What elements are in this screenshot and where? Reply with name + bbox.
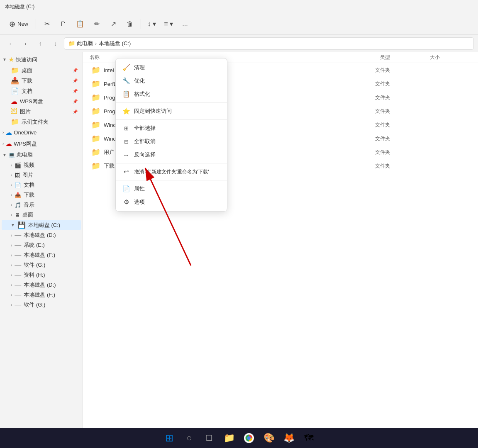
properties-icon: 📄 bbox=[122, 185, 130, 192]
context-menu: 🧹 清理 🔧 优化 📋 格式化 ⭐ 固定到快速访问 ⊞ 全部选择 ⊟ 全部取消 … bbox=[115, 58, 227, 212]
sidebar-item-downloads[interactable]: 📥 下载 📌 bbox=[2, 75, 81, 86]
drive-g2-icon: — bbox=[15, 301, 21, 309]
menu-label-select-all: 全部选择 bbox=[134, 124, 156, 132]
menu-item-deselect-all[interactable]: ⊟ 全部取消 bbox=[116, 135, 227, 148]
drive-e-chevron: › bbox=[11, 243, 12, 248]
sidebar-item-downloads2[interactable]: › 📥 下载 bbox=[2, 190, 81, 200]
sidebar-item-docs[interactable]: 📄 文档 📌 bbox=[2, 86, 81, 96]
menu-item-select-all[interactable]: ⊞ 全部选择 bbox=[116, 122, 227, 135]
docs2-chevron: › bbox=[11, 183, 12, 187]
desktop2-icon: 🖥 bbox=[15, 212, 20, 218]
paste-button[interactable]: 📋 bbox=[73, 17, 88, 32]
sidebar-drive-c[interactable]: ▼ 💾 本地磁盘 (C:) bbox=[2, 220, 81, 230]
quick-access-label: 快速访问 bbox=[16, 56, 37, 63]
sidebar-drive-g2[interactable]: › — 软件 (G:) bbox=[2, 300, 81, 310]
rename-button[interactable]: ✏ bbox=[89, 17, 104, 32]
delete-button[interactable]: 🗑 bbox=[122, 17, 137, 32]
folder-icon-windowsold: 📁 bbox=[91, 134, 100, 143]
select-all-icon: ⊞ bbox=[122, 125, 130, 131]
sidebar-drive-e[interactable]: › — 系统 (E:) bbox=[2, 240, 81, 250]
taskbar-windows-icon[interactable]: ⊞ bbox=[161, 430, 178, 446]
menu-label-format: 格式化 bbox=[134, 90, 150, 98]
menu-label-properties: 属性 bbox=[134, 185, 145, 192]
folder-icon-intel: 📁 bbox=[91, 66, 100, 75]
menu-label-deselect-all: 全部取消 bbox=[134, 138, 156, 145]
folder-icon-docs: 📄 bbox=[11, 87, 19, 95]
onedrive-chevron: › bbox=[2, 130, 4, 135]
drive-g-chevron: › bbox=[11, 263, 12, 268]
sidebar-label-drive-h: 资料 (H:) bbox=[24, 271, 45, 279]
optimize-icon: 🔧 bbox=[122, 77, 130, 85]
taskbar-app3-icon[interactable]: 🗺 bbox=[300, 430, 317, 446]
sidebar: ▼ ★ 快速访问 📁 桌面 📌 📥 下载 📌 📄 文档 📌 ☁ WPS网盘 📌 … bbox=[0, 52, 83, 435]
drive-f-chevron: › bbox=[11, 253, 12, 258]
wps-cloud-header[interactable]: › ☁ WPS网盘 bbox=[0, 138, 83, 149]
sidebar-item-docs2[interactable]: › 📄 文档 bbox=[2, 180, 81, 190]
more-button[interactable]: ... bbox=[178, 17, 193, 32]
sidebar-drive-g[interactable]: › — 软件 (G:) bbox=[2, 260, 81, 270]
file-type-pf1: 文件夹 bbox=[375, 94, 425, 101]
breadcrumb-drive: 本地磁盘 (C:) bbox=[99, 40, 131, 47]
folder-icon-windows: 📁 bbox=[91, 120, 100, 129]
forward-button[interactable]: › bbox=[19, 37, 32, 50]
title-bar-text: 本地磁盘 (C:) bbox=[5, 3, 34, 10]
wps-icon-quick: ☁ bbox=[11, 97, 17, 105]
drive-f2-icon: — bbox=[15, 291, 21, 299]
menu-item-pin[interactable]: ⭐ 固定到快速访问 bbox=[116, 105, 227, 118]
menu-item-invert[interactable]: ↔ 反向选择 bbox=[116, 148, 227, 161]
desktop2-chevron: › bbox=[11, 213, 12, 217]
sidebar-item-wps-quick[interactable]: ☁ WPS网盘 📌 bbox=[2, 96, 81, 107]
sidebar-item-pictures[interactable]: 🖼 图片 📌 bbox=[2, 107, 81, 117]
back-button[interactable]: ‹ bbox=[4, 37, 17, 50]
sidebar-drive-f2[interactable]: › — 本地磁盘 (F:) bbox=[2, 290, 81, 300]
file-type-dl: 文件夹 bbox=[375, 163, 425, 170]
menu-item-properties[interactable]: 📄 属性 bbox=[116, 182, 227, 195]
taskbar-chrome-icon[interactable] bbox=[241, 430, 257, 446]
clean-icon: 🧹 bbox=[122, 64, 130, 71]
sidebar-item-video[interactable]: › 🎬 视频 bbox=[2, 160, 81, 170]
pin-icon-pictures: 📌 bbox=[73, 110, 78, 114]
toolbar: ⊕ New ✂ 🗋 📋 ✏ ↗ 🗑 ↕ ▾ ≡ ▾ ... bbox=[0, 13, 478, 35]
this-pc-header[interactable]: ▼ 💻 此电脑 bbox=[0, 149, 83, 160]
sidebar-drive-d[interactable]: › — 本地磁盘 (D:) bbox=[2, 230, 81, 240]
breadcrumb[interactable]: 📁 此电脑 › 本地磁盘 (C:) bbox=[64, 37, 474, 50]
col-size-header: 大小 bbox=[430, 54, 471, 61]
copy-button[interactable]: 🗋 bbox=[56, 17, 71, 32]
cut-button[interactable]: ✂ bbox=[39, 17, 54, 32]
folder-icon-sample: 📁 bbox=[11, 118, 19, 126]
undo-icon: ↩ bbox=[122, 168, 130, 175]
taskbar-explorer-icon[interactable]: 📁 bbox=[221, 430, 237, 446]
view-button[interactable]: ≡ ▾ bbox=[161, 17, 176, 32]
menu-item-optimize[interactable]: 🔧 优化 bbox=[116, 74, 227, 88]
sidebar-drive-h[interactable]: › — 资料 (H:) bbox=[2, 270, 81, 280]
share-button[interactable]: ↗ bbox=[106, 17, 121, 32]
sidebar-drive-f[interactable]: › — 本地磁盘 (F:) bbox=[2, 250, 81, 260]
sidebar-item-pictures2[interactable]: › 🖼 图片 bbox=[2, 170, 81, 180]
invert-icon: ↔ bbox=[122, 151, 130, 158]
taskbar-app2-icon[interactable]: 🦊 bbox=[280, 430, 297, 446]
wps-cloud-chevron: › bbox=[2, 141, 4, 146]
down-button[interactable]: ↓ bbox=[49, 37, 61, 50]
sidebar-drive-d2[interactable]: › — 本地磁盘 (D:) bbox=[2, 280, 81, 290]
taskbar-app1-icon[interactable]: 🎨 bbox=[261, 430, 277, 446]
pictures2-chevron: › bbox=[11, 173, 12, 178]
taskbar-taskview-icon[interactable]: ❑ bbox=[201, 430, 217, 446]
new-button[interactable]: ⊕ New bbox=[5, 17, 32, 31]
sort-button[interactable]: ↕ ▾ bbox=[144, 17, 159, 32]
sidebar-item-desktop2[interactable]: › 🖥 桌面 bbox=[2, 210, 81, 220]
sidebar-item-music[interactable]: › 🎵 音乐 bbox=[2, 200, 81, 210]
menu-item-undo[interactable]: ↩ 撤消 将'新建文件夹'重命名为'下载' bbox=[116, 165, 227, 178]
onedrive-header[interactable]: › ☁ OneDrive bbox=[0, 127, 83, 138]
music-chevron: › bbox=[11, 203, 12, 207]
deselect-all-icon: ⊟ bbox=[122, 139, 130, 145]
taskbar-search-icon[interactable]: ○ bbox=[181, 430, 198, 446]
menu-item-clean[interactable]: 🧹 清理 bbox=[116, 61, 227, 74]
quick-access-header[interactable]: ▼ ★ 快速访问 bbox=[0, 54, 83, 65]
menu-item-format[interactable]: 📋 格式化 bbox=[116, 88, 227, 101]
sidebar-item-desktop[interactable]: 📁 桌面 📌 bbox=[2, 65, 81, 75]
sidebar-item-sample[interactable]: 📁 示例文件夹 bbox=[2, 117, 81, 127]
svg-point-3 bbox=[247, 436, 251, 440]
menu-item-options[interactable]: ⚙ 选项 bbox=[116, 195, 227, 209]
up-button[interactable]: ↑ bbox=[34, 37, 46, 50]
folder-icon-pictures: 🖼 bbox=[11, 108, 17, 115]
